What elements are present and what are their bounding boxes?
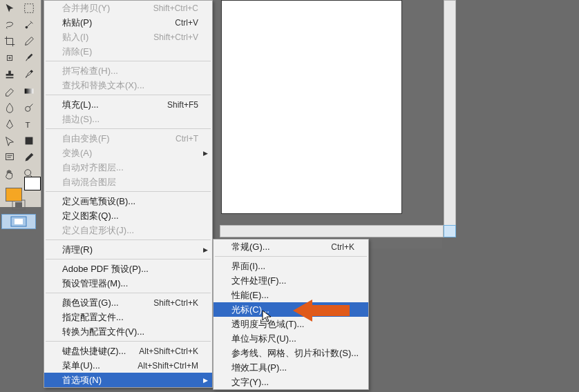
menu-separator — [46, 128, 211, 129]
svg-rect-14 — [15, 219, 23, 224]
mouse-cursor-icon — [262, 310, 272, 324]
wand-tool[interactable] — [20, 17, 38, 32]
menu_main-item-1[interactable]: 粘贴(P)Ctrl+V — [44, 15, 212, 30]
menu_main-item-14: 自动混合图层 — [44, 175, 212, 189]
svg-rect-8 — [26, 137, 33, 145]
menu-item-shortcut: Shift+Ctrl+C — [153, 3, 198, 13]
menu-item-label: 清理(R) — [62, 244, 198, 256]
menu-item-shortcut: Alt+Shift+Ctrl+M — [137, 361, 198, 371]
menu-item-label: 键盘快捷键(Z)... — [62, 345, 139, 357]
blur-tool[interactable] — [1, 100, 19, 115]
menu-item-shortcut: Shift+Ctrl+K — [153, 298, 198, 308]
menu_sub-item-0[interactable]: 常规(G)...Ctrl+K — [213, 239, 368, 254]
menu-item-label: 参考线、网格、切片和计数(S)... — [231, 347, 359, 360]
menu-separator — [46, 259, 211, 259]
document-canvas[interactable] — [221, 0, 402, 214]
menu_main-item-25[interactable]: 颜色设置(G)...Shift+Ctrl+K — [44, 295, 212, 310]
menu_main-item-9: 描边(S)... — [44, 112, 212, 126]
menu-separator — [46, 191, 211, 192]
menu-item-label: 自由变换(F) — [62, 133, 175, 145]
svg-rect-5 — [25, 88, 34, 93]
menu_sub-item-10[interactable]: 文字(Y)... — [213, 375, 368, 389]
menu_main-item-12: 变换(A) — [44, 146, 212, 160]
menu-item-label: 预设管理器(M)... — [62, 277, 198, 290]
vertical-scrollbar[interactable] — [444, 0, 456, 237]
menu-item-label: 定义画笔预设(B)... — [62, 195, 198, 208]
menu_main-item-5: 拼写检查(H)... — [44, 63, 212, 78]
toolbox: T — [0, 0, 41, 207]
menu_main-item-11: 自由变换(F)Ctrl+T — [44, 131, 212, 146]
menu_sub-item-9[interactable]: 增效工具(P)... — [213, 360, 368, 375]
menu_sub-item-2[interactable]: 界面(I)... — [213, 259, 368, 273]
menu_main-item-23[interactable]: 预设管理器(M)... — [44, 276, 212, 291]
hand-tool[interactable] — [1, 166, 19, 182]
menu_main-item-8[interactable]: 填充(L)...Shift+F5 — [44, 97, 212, 112]
menu-item-shortcut: Ctrl+V — [175, 18, 198, 28]
menu-item-label: 指定配置文件... — [62, 311, 198, 324]
menu-item-shortcut: Ctrl+T — [175, 134, 198, 144]
crop-tool[interactable] — [1, 34, 19, 49]
menu-item-label: 自动混合图层 — [62, 176, 198, 188]
menu_main-item-22[interactable]: Adobe PDF 预设(P)... — [44, 262, 212, 276]
brush-tool[interactable] — [20, 50, 38, 66]
menu_main-item-13: 自动对齐图层... — [44, 160, 212, 175]
svg-rect-12 — [15, 202, 22, 208]
menu_main-item-29[interactable]: 键盘快捷键(Z)...Alt+Shift+Ctrl+K — [44, 344, 212, 358]
foreground-color-swatch[interactable] — [6, 188, 22, 202]
menu-separator — [215, 256, 367, 257]
menu-item-shortcut: Shift+Ctrl+V — [153, 32, 198, 42]
annotation-arrow — [293, 298, 350, 323]
eraser-tool[interactable] — [1, 84, 19, 99]
pen-tool[interactable] — [1, 117, 19, 132]
menu_main-item-20[interactable]: 清理(R) — [44, 242, 212, 257]
background-color-swatch[interactable] — [24, 177, 41, 190]
screen-mode-icon[interactable] — [1, 214, 36, 229]
path-tool[interactable] — [1, 133, 19, 148]
menu-item-label: 清除(E) — [62, 46, 198, 58]
menu-separator — [46, 239, 211, 240]
eyedropper2-tool[interactable] — [20, 150, 38, 165]
svg-text:T: T — [26, 120, 30, 129]
menu_main-item-31[interactable]: 首选项(N) — [44, 373, 212, 387]
lasso-tool[interactable] — [1, 17, 19, 32]
marquee-tool[interactable] — [20, 1, 38, 16]
menu_main-item-18: 定义自定形状(J)... — [44, 223, 212, 237]
svg-point-4 — [30, 70, 33, 73]
menu_main-item-30[interactable]: 菜单(U)...Alt+Shift+Ctrl+M — [44, 358, 212, 373]
healing-tool[interactable] — [1, 50, 19, 66]
edit-menu: 合并拷贝(Y)Shift+Ctrl+C粘贴(P)Ctrl+V贴入(I)Shift… — [44, 0, 213, 388]
menu_main-item-26[interactable]: 指定配置文件... — [44, 310, 212, 324]
svg-marker-15 — [293, 300, 350, 322]
menu-item-label: 首选项(N) — [62, 374, 198, 386]
menu-item-label: 定义图案(Q)... — [62, 210, 198, 222]
menu_main-item-2: 贴入(I)Shift+Ctrl+V — [44, 30, 212, 44]
history-brush-tool[interactable] — [20, 67, 38, 82]
notes-tool[interactable] — [1, 150, 19, 165]
gradient-tool[interactable] — [20, 84, 38, 99]
menu_main-item-16[interactable]: 定义画笔预设(B)... — [44, 194, 212, 208]
menu_main-item-27[interactable]: 转换为配置文件(V)... — [44, 324, 212, 339]
horizontal-scrollbar[interactable] — [220, 225, 444, 237]
menu-item-label: 界面(I)... — [231, 260, 354, 273]
svg-point-10 — [25, 170, 31, 176]
menu-item-shortcut: Ctrl+K — [331, 242, 354, 252]
move-tool[interactable] — [1, 1, 19, 16]
menu-item-label: 粘贴(P) — [62, 17, 175, 29]
menu-item-label: 转换为配置文件(V)... — [62, 326, 198, 338]
type-tool[interactable]: T — [20, 117, 38, 132]
menu_sub-item-7[interactable]: 单位与标尺(U)... — [213, 331, 368, 346]
menu-item-label: 自动对齐图层... — [62, 161, 198, 174]
menu-separator — [46, 61, 211, 61]
stamp-tool[interactable] — [1, 67, 19, 82]
menu-item-shortcut: Alt+Shift+Ctrl+K — [139, 346, 198, 356]
dodge-tool[interactable] — [20, 100, 38, 115]
eyedropper-tool[interactable] — [20, 34, 38, 49]
menu-item-shortcut: Shift+F5 — [167, 100, 198, 110]
svg-rect-3 — [6, 77, 14, 79]
menu_sub-item-3[interactable]: 文件处理(F)... — [213, 273, 368, 288]
menu_sub-item-8[interactable]: 参考线、网格、切片和计数(S)... — [213, 346, 368, 360]
shape-tool[interactable] — [20, 133, 38, 148]
svg-point-6 — [26, 106, 30, 111]
menu_main-item-17[interactable]: 定义图案(Q)... — [44, 208, 212, 223]
menu-separator — [46, 95, 211, 95]
